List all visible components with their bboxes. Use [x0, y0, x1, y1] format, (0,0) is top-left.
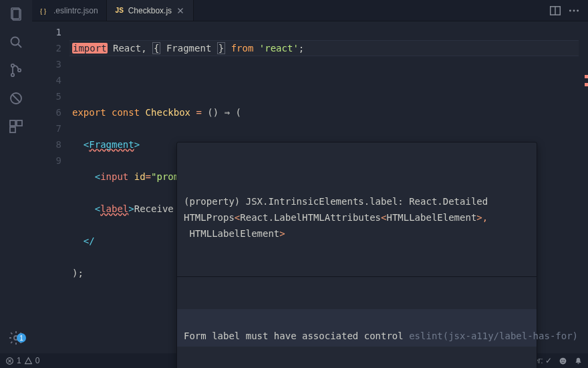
close-icon[interactable] — [176, 6, 185, 15]
settings-badge: 1 — [17, 333, 26, 343]
json-file-icon: { } — [40, 6, 49, 15]
svg-point-4 — [11, 64, 14, 67]
line-gutter: 1 2 3 4 5 6 7 8 9 — [32, 21, 69, 353]
tab-label: .eslintrc.json — [53, 6, 98, 15]
scroll-overview[interactable] — [579, 21, 588, 353]
status-problems[interactable]: 1 0 — [5, 356, 39, 365]
svg-point-19 — [573, 9, 575, 11]
svg-point-20 — [577, 9, 579, 11]
settings-gear-icon[interactable]: 1 — [7, 329, 25, 347]
svg-point-18 — [569, 9, 571, 11]
svg-rect-9 — [10, 120, 15, 126]
search-icon[interactable] — [7, 33, 25, 51]
scroll-error-mark — [585, 75, 588, 78]
svg-line-8 — [12, 94, 20, 102]
more-actions-icon[interactable] — [568, 5, 580, 17]
svg-line-3 — [18, 44, 21, 48]
code-line: import React, { Fragment } from 'react'; — [69, 40, 579, 56]
hover-type-signature: (property) JSX.IntrinsicElements.label: … — [177, 175, 537, 244]
split-editor-icon[interactable] — [549, 5, 561, 17]
hover-widget: (property) JSX.IntrinsicElements.label: … — [176, 142, 537, 368]
code-line: export const Checkbox = () ⇒ ( — [69, 104, 579, 120]
tab-checkbox-js[interactable]: JS Checkbox.js — [107, 0, 194, 21]
explorer-icon[interactable] — [7, 5, 25, 23]
scroll-error-mark — [585, 83, 588, 86]
activity-bar: 1 — [0, 0, 32, 353]
tab-label: Checkbox.js — [128, 6, 172, 15]
code-editor[interactable]: import React, { Fragment } from 'react';… — [69, 21, 579, 353]
hover-eslint-message: Form label must have associated control … — [177, 309, 537, 347]
svg-rect-10 — [17, 120, 22, 126]
source-control-icon[interactable] — [7, 62, 25, 79]
tab-eslintrc[interactable]: { } .eslintrc.json — [32, 0, 107, 21]
svg-rect-11 — [10, 127, 15, 132]
svg-point-2 — [11, 37, 19, 45]
editor-tabs: { } .eslintrc.json JS Checkbox.js — [32, 0, 588, 21]
svg-point-6 — [18, 69, 21, 72]
svg-point-5 — [11, 74, 14, 76]
js-file-icon: JS — [115, 6, 124, 15]
code-line — [69, 72, 579, 88]
debug-icon[interactable] — [7, 90, 25, 107]
extensions-icon[interactable] — [7, 118, 25, 135]
svg-text:{ }: { } — [40, 7, 47, 14]
